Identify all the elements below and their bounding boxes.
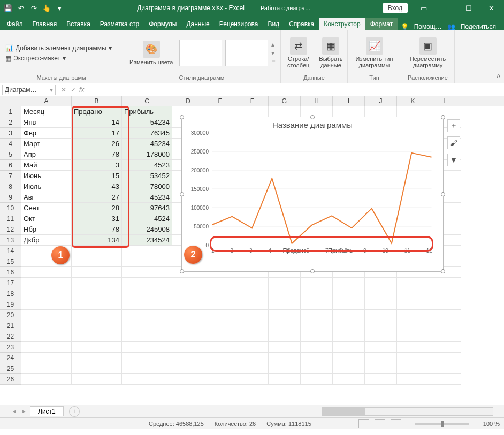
- cell[interactable]: [269, 106, 301, 117]
- cell[interactable]: [301, 320, 333, 331]
- chart-resize-handle[interactable]: [180, 115, 184, 119]
- tab-review[interactable]: Рецензирова: [215, 18, 263, 30]
- cell[interactable]: [269, 374, 301, 385]
- cell[interactable]: [72, 353, 122, 363]
- ribbon-options-icon[interactable]: ▭: [413, 1, 434, 16]
- cell[interactable]: [204, 278, 236, 288]
- cell[interactable]: 78: [72, 224, 122, 235]
- cell[interactable]: [333, 331, 365, 342]
- cell[interactable]: [333, 288, 365, 299]
- cell[interactable]: [172, 288, 204, 299]
- switch-row-col-button[interactable]: ⇄Строка/столбец: [284, 36, 312, 70]
- sheet-nav-prev-icon[interactable]: ◂: [11, 408, 18, 415]
- cell[interactable]: Май: [21, 160, 72, 171]
- tab-home[interactable]: Главная: [28, 18, 62, 30]
- cell[interactable]: [397, 278, 429, 288]
- cell[interactable]: [365, 320, 397, 331]
- cell[interactable]: [204, 310, 236, 320]
- row-header[interactable]: 3: [0, 128, 21, 139]
- row-header[interactable]: 8: [0, 181, 21, 192]
- cell[interactable]: [269, 288, 301, 299]
- cell[interactable]: [21, 288, 72, 299]
- cell[interactable]: [269, 299, 301, 310]
- col-header-j[interactable]: J: [365, 96, 397, 106]
- cell[interactable]: [269, 353, 301, 363]
- cell[interactable]: [122, 288, 172, 299]
- cell[interactable]: [236, 278, 269, 288]
- cell[interactable]: [429, 342, 461, 353]
- cell[interactable]: [397, 353, 429, 363]
- cell[interactable]: [333, 320, 365, 331]
- tab-view[interactable]: Вид: [263, 18, 284, 30]
- cell[interactable]: [21, 353, 72, 363]
- cell[interactable]: [236, 342, 269, 353]
- tab-format[interactable]: Формат: [365, 18, 398, 30]
- cell[interactable]: [429, 374, 461, 385]
- cell[interactable]: 17: [72, 128, 122, 139]
- cell[interactable]: [72, 267, 122, 278]
- maximize-icon[interactable]: ☐: [458, 1, 479, 16]
- row-header[interactable]: 21: [0, 320, 21, 331]
- cell[interactable]: [397, 310, 429, 320]
- cell[interactable]: [429, 353, 461, 363]
- chart-resize-handle[interactable]: [441, 269, 445, 273]
- cell[interactable]: 178000: [122, 149, 172, 160]
- cell[interactable]: [172, 374, 204, 385]
- cell[interactable]: [236, 310, 269, 320]
- cell[interactable]: 78000: [122, 181, 172, 192]
- cell[interactable]: [333, 374, 365, 385]
- save-icon[interactable]: 💾: [2, 2, 14, 14]
- cell[interactable]: [72, 310, 122, 320]
- chart-resize-handle[interactable]: [180, 269, 184, 273]
- row-header[interactable]: 12: [0, 224, 21, 235]
- cell[interactable]: [122, 310, 172, 320]
- cell[interactable]: [269, 363, 301, 374]
- cell[interactable]: [172, 353, 204, 363]
- change-colors-button[interactable]: 🎨Изменить цвета: [126, 40, 176, 66]
- share-button[interactable]: Поделиться: [461, 23, 496, 30]
- cell[interactable]: [122, 256, 172, 267]
- cell[interactable]: Нбр: [21, 224, 72, 235]
- view-normal-icon[interactable]: [358, 419, 369, 428]
- cell[interactable]: 26: [72, 139, 122, 149]
- chart-style-2[interactable]: [225, 40, 268, 66]
- row-header[interactable]: 22: [0, 331, 21, 342]
- cell[interactable]: [236, 374, 269, 385]
- row-header[interactable]: 9: [0, 192, 21, 203]
- cell[interactable]: [72, 256, 122, 267]
- cell[interactable]: [204, 363, 236, 374]
- cell[interactable]: [365, 363, 397, 374]
- cell[interactable]: 4523: [122, 160, 172, 171]
- horizontal-scrollbar[interactable]: [322, 407, 493, 416]
- row-header[interactable]: 18: [0, 288, 21, 299]
- cell[interactable]: Авг: [21, 192, 72, 203]
- cell[interactable]: 43: [72, 181, 122, 192]
- cell[interactable]: [21, 374, 72, 385]
- chart-plus-icon[interactable]: ＋: [447, 119, 460, 132]
- cell[interactable]: [429, 363, 461, 374]
- cell[interactable]: Месяц: [21, 106, 72, 117]
- cell[interactable]: [397, 363, 429, 374]
- cell[interactable]: [236, 320, 269, 331]
- cell[interactable]: [333, 353, 365, 363]
- cell[interactable]: [365, 374, 397, 385]
- formula-input[interactable]: [88, 86, 502, 94]
- cell[interactable]: [122, 299, 172, 310]
- cell[interactable]: [122, 246, 172, 256]
- cell[interactable]: [236, 331, 269, 342]
- cell[interactable]: Июнь: [21, 171, 72, 181]
- cell[interactable]: [122, 267, 172, 278]
- cell[interactable]: [72, 278, 122, 288]
- cell[interactable]: [21, 320, 72, 331]
- minimize-icon[interactable]: —: [436, 1, 457, 16]
- cell[interactable]: [72, 331, 122, 342]
- chart-resize-handle[interactable]: [441, 115, 445, 119]
- row-header[interactable]: 16: [0, 267, 21, 278]
- col-header-b[interactable]: B: [72, 96, 122, 106]
- row-header[interactable]: 2: [0, 117, 21, 128]
- cell[interactable]: [172, 278, 204, 288]
- row-header[interactable]: 6: [0, 160, 21, 171]
- cell[interactable]: [172, 310, 204, 320]
- cell[interactable]: [122, 342, 172, 353]
- cell[interactable]: [269, 310, 301, 320]
